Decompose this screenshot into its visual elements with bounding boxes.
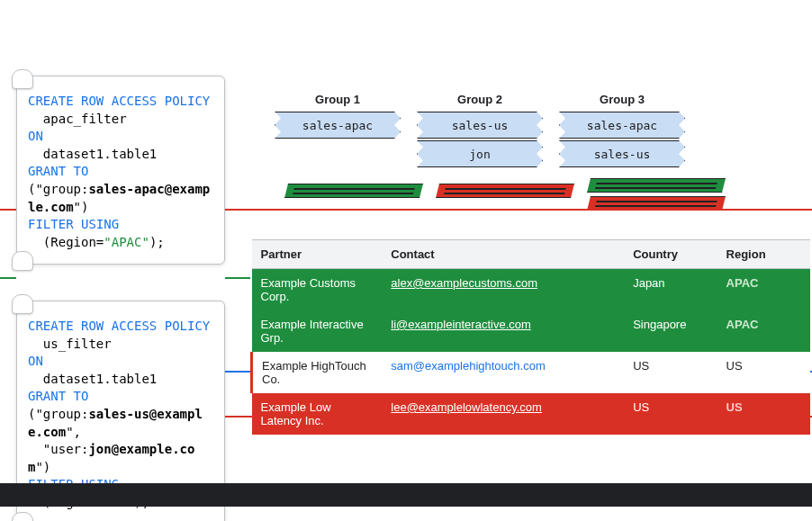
cell-partner: Example Interactive Grp. (252, 310, 383, 352)
grant-open: ("group: (28, 182, 88, 196)
cell-region: APAC (717, 269, 810, 311)
policy-apac-card: CREATE ROW ACCESS POLICY apac_filter ON … (16, 76, 225, 265)
contact-link[interactable]: sam@examplehightouch.com (391, 359, 545, 373)
col-partner: Partner (252, 240, 383, 269)
flag-sales-us: sales-us (417, 112, 543, 139)
flag-sales-apac: sales-apac (559, 112, 685, 139)
policy-name: apac_filter (43, 112, 127, 126)
keyword-on: ON (28, 354, 43, 368)
connector-line (225, 277, 250, 279)
grant1-close: ", (66, 425, 81, 439)
connector-line (0, 277, 16, 279)
cell-country: Singapore (624, 310, 717, 352)
cell-partner: Example HighTouch Co. (252, 352, 383, 393)
cell-contact: alex@examplecustoms.com (382, 269, 624, 311)
group-title: Group 3 (600, 93, 645, 106)
policy-name: us_filter (43, 337, 112, 351)
group-3: Group 3 sales-apac sales-us (559, 93, 685, 167)
keyword-grant: GRANT TO (28, 389, 88, 403)
group-title: Group 1 (315, 93, 360, 106)
cell-contact: li@exampleinteractive.com (382, 310, 624, 352)
table-row: Example Low Latency Inc. lee@examplelowl… (252, 393, 811, 435)
principal-groups: Group 1 sales-apac Group 2 sales-us jon … (275, 93, 685, 167)
flag-sales-apac: sales-apac (275, 112, 401, 139)
filter-close: ); (149, 235, 165, 249)
cell-region: US (717, 393, 810, 435)
cell-country: US (624, 393, 717, 435)
cell-partner: Example Customs Corp. (252, 269, 383, 311)
keyword-create: CREATE ROW ACCESS POLICY (28, 319, 210, 333)
col-country: Country (624, 240, 717, 269)
grant2-open: "user: (28, 442, 88, 456)
table-row: Example Interactive Grp. li@exampleinter… (252, 310, 811, 352)
contact-link[interactable]: lee@examplelowlatency.com (391, 400, 542, 414)
col-contact: Contact (382, 240, 624, 269)
connector-line (0, 209, 16, 211)
table-row: Example HighTouch Co. sam@examplehightou… (252, 352, 811, 393)
grant2-close: ") (35, 460, 50, 474)
footer-band (0, 483, 812, 507)
group-2: Group 2 sales-us jon (417, 93, 543, 167)
cell-country: Japan (624, 269, 717, 311)
cell-partner: Example Low Latency Inc. (252, 393, 383, 435)
col-region: Region (717, 240, 810, 269)
keyword-create: CREATE ROW ACCESS POLICY (28, 94, 210, 108)
filter-value: "APAC" (104, 235, 149, 249)
table-row: Example Customs Corp. alex@examplecustom… (252, 269, 811, 311)
cell-region: APAC (717, 310, 810, 352)
table-header-row: Partner Contact Country Region (252, 240, 811, 269)
contact-link[interactable]: li@exampleinteractive.com (391, 318, 531, 331)
policy-target: dataset1.table1 (43, 372, 157, 386)
keyword-on: ON (28, 129, 43, 143)
contact-link[interactable]: alex@examplecustoms.com (391, 276, 537, 290)
connector-line (225, 209, 812, 211)
cell-contact: lee@examplelowlatency.com (382, 393, 624, 435)
cell-contact: sam@examplehightouch.com (382, 352, 624, 393)
group-1: Group 1 sales-apac (275, 93, 401, 139)
flag-jon: jon (417, 140, 543, 167)
cell-country: US (624, 352, 717, 393)
policy-target: dataset1.table1 (43, 147, 157, 161)
flag-sales-us: sales-us (559, 140, 685, 167)
keyword-grant: GRANT TO (28, 164, 88, 178)
group-title: Group 2 (457, 93, 502, 106)
filter-open: (Region= (28, 235, 104, 249)
cell-region: US (717, 352, 810, 393)
data-table: Partner Contact Country Region Example C… (250, 239, 810, 435)
grant-close: ") (74, 200, 89, 214)
grant1-open: ("group: (28, 407, 88, 421)
keyword-filter: FILTER USING (28, 217, 119, 231)
